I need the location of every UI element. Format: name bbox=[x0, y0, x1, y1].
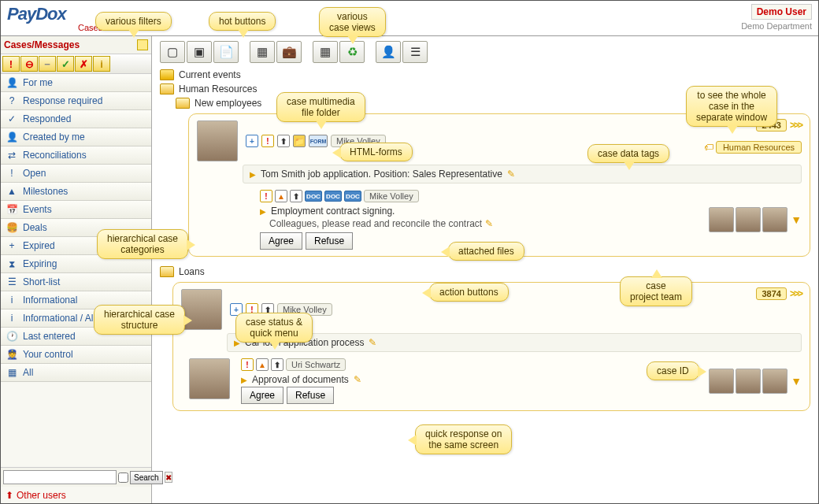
hot-button[interactable]: ✗ bbox=[75, 56, 92, 72]
up-button[interactable]: ⬆ bbox=[271, 358, 284, 371]
edit-icon[interactable]: ✎ bbox=[507, 169, 515, 180]
tb-new-doc-button[interactable]: 📄 bbox=[213, 41, 239, 63]
edit-icon[interactable]: ✎ bbox=[354, 374, 361, 385]
subcase-author[interactable]: Mike Volley bbox=[364, 190, 419, 202]
team-expand-icon[interactable]: ▼ bbox=[791, 375, 802, 387]
sidebar-filter-item[interactable]: ⇄Reconciliations bbox=[1, 146, 151, 165]
team-avatar[interactable] bbox=[709, 369, 734, 394]
callout-project-team: case project team bbox=[620, 276, 692, 306]
other-users-link[interactable]: ⬆ Other users bbox=[1, 487, 151, 504]
sidebar-filter-item[interactable]: 👤For me bbox=[1, 74, 151, 92]
subcase-title-row[interactable]: ▶ Employment contract signing. bbox=[260, 206, 702, 217]
tb-list-button[interactable]: ☰ bbox=[402, 41, 428, 63]
folder-button[interactable]: 📁 bbox=[293, 135, 306, 147]
hot-button[interactable]: ✓ bbox=[57, 56, 74, 72]
sidebar-filter-item[interactable]: ?Response required bbox=[1, 92, 151, 110]
cone-icon[interactable]: ▲ bbox=[275, 190, 287, 202]
agree-button[interactable]: Agree bbox=[260, 232, 302, 250]
sidebar-title[interactable]: Cases/Messages bbox=[4, 39, 137, 50]
hot-button[interactable]: i bbox=[93, 56, 110, 72]
doc-icon[interactable]: DOC bbox=[344, 191, 361, 202]
status-icon[interactable]: ! bbox=[260, 190, 272, 202]
subcase-author[interactable]: Uri Schwartz bbox=[286, 358, 346, 371]
team-expand-icon[interactable]: ▼ bbox=[791, 213, 802, 226]
tb-new-sub-button[interactable]: ▣ bbox=[187, 41, 212, 63]
form-button[interactable]: FORM bbox=[309, 135, 328, 147]
filter-label: Informational / All bbox=[23, 313, 95, 324]
callout-html-forms: HTML-forms bbox=[339, 143, 413, 161]
tb-calendar-button[interactable]: ▦ bbox=[250, 41, 275, 63]
tb-refresh-button[interactable]: ♻ bbox=[339, 41, 365, 63]
tb-briefcase-button[interactable]: 💼 bbox=[276, 41, 302, 63]
sub-case: ! ▲ ⬆ Uri Schwartz ▶ Approval of documen… bbox=[189, 358, 802, 404]
sidebar-header: Cases/Messages bbox=[1, 36, 151, 54]
filter-label: Short-list bbox=[23, 276, 60, 287]
sidebar-filter-item[interactable]: ✓Responded bbox=[1, 110, 151, 128]
up-button[interactable]: ⬆ bbox=[277, 135, 290, 147]
open-window-icon[interactable]: >>> bbox=[790, 120, 802, 131]
user-name[interactable]: Demo User bbox=[751, 4, 812, 20]
tb-user-delete-button[interactable]: 👤 bbox=[376, 41, 401, 63]
sidebar-filter-item[interactable]: ▦All bbox=[1, 364, 151, 382]
tree-root[interactable]: Current events bbox=[160, 69, 810, 80]
refuse-button[interactable]: Refuse bbox=[306, 232, 353, 250]
tree-cat-loans[interactable]: Loans bbox=[160, 266, 810, 277]
sidebar-filter-item[interactable]: 👤Created by me bbox=[1, 128, 151, 146]
tree-subcat-label: New employees bbox=[195, 98, 261, 109]
team-avatar[interactable] bbox=[762, 369, 788, 394]
filter-label: Milestones bbox=[23, 186, 68, 197]
status-icon[interactable]: ! bbox=[261, 135, 274, 147]
avatar[interactable] bbox=[189, 358, 230, 399]
filter-label: Created by me bbox=[23, 132, 85, 143]
tree-cat-label: Human Resources bbox=[179, 83, 257, 94]
edit-icon[interactable]: ✎ bbox=[485, 218, 493, 229]
hot-button[interactable]: ! bbox=[2, 56, 20, 72]
agree-button[interactable]: Agree bbox=[241, 387, 284, 404]
edit-icon[interactable]: ✎ bbox=[369, 337, 376, 348]
callout-status-menu: case status & quick menu bbox=[235, 313, 313, 343]
sidebar-filter-item[interactable]: 👮Your control bbox=[1, 346, 151, 364]
sidebar-filter-item[interactable]: 📅Events bbox=[1, 201, 151, 219]
subcase-title-row[interactable]: ▶ Approval of documents ✎ bbox=[241, 374, 702, 385]
filter-icon: ! bbox=[6, 168, 18, 179]
case-tag[interactable]: Human Resources bbox=[716, 141, 802, 154]
sidebar-filter-item[interactable]: ▲Milestones bbox=[1, 183, 151, 201]
search-input[interactable] bbox=[3, 470, 117, 484]
team-avatar[interactable] bbox=[762, 207, 788, 232]
up-button[interactable]: ⬆ bbox=[290, 190, 302, 202]
toolbar: ▢ ▣ 📄 ▦ 💼 ▦ ♻ 👤 ☰ bbox=[160, 41, 810, 63]
project-team[interactable]: ▼ bbox=[709, 358, 802, 404]
doc-icon[interactable]: DOC bbox=[324, 191, 342, 202]
team-avatar[interactable] bbox=[736, 369, 761, 394]
avatar[interactable] bbox=[197, 120, 238, 161]
filter-icon: 👤 bbox=[6, 132, 18, 143]
sidebar-filter-item[interactable]: !Open bbox=[1, 165, 151, 183]
hot-button[interactable]: ⊖ bbox=[20, 56, 38, 72]
subcase-title: Approval of documents bbox=[252, 374, 349, 385]
team-avatar[interactable] bbox=[736, 207, 761, 232]
sidebar-filter-item[interactable]: ☰Short-list bbox=[1, 273, 151, 291]
tb-new-case-button[interactable]: ▢ bbox=[160, 41, 185, 63]
filter-icon: ? bbox=[6, 95, 18, 106]
logo-block: PayDox Cases bbox=[7, 4, 102, 32]
expand-button[interactable]: + bbox=[246, 135, 258, 147]
project-team[interactable]: ▼ bbox=[709, 190, 802, 250]
doc-icon[interactable]: DOC bbox=[305, 191, 322, 202]
case-title-row[interactable]: ▶ Car loan application process ✎ bbox=[227, 333, 802, 352]
filters-list: 👤For me?Response required✓Responded👤Crea… bbox=[1, 74, 151, 467]
other-users-label: Other users bbox=[17, 490, 66, 501]
cone-icon[interactable]: ▲ bbox=[256, 358, 269, 371]
open-window-icon[interactable]: >>> bbox=[790, 288, 802, 299]
hot-button[interactable]: − bbox=[39, 56, 56, 72]
case-id-badge[interactable]: 3874 bbox=[756, 287, 786, 300]
search-checkbox[interactable] bbox=[118, 472, 128, 483]
status-icon[interactable]: ! bbox=[241, 358, 254, 371]
case-card: 2443 >>> 🏷 Human Resources + ! ⬆ 📁 FORM … bbox=[188, 113, 810, 257]
note-icon[interactable] bbox=[137, 39, 148, 50]
tb-grid-view-button[interactable]: ▦ bbox=[313, 41, 338, 63]
filter-label: Open bbox=[23, 168, 46, 179]
callout-attached: attached files bbox=[448, 242, 524, 261]
refuse-button[interactable]: Refuse bbox=[287, 387, 334, 404]
team-avatar[interactable] bbox=[709, 207, 734, 232]
case-title-row[interactable]: ▶ Tom Smith job application. Position: S… bbox=[243, 165, 802, 183]
